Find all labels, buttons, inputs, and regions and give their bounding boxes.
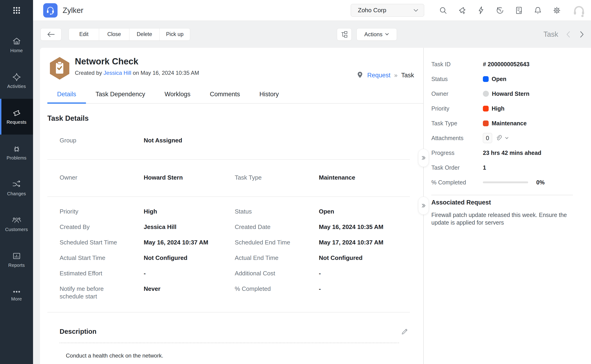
tab-comments[interactable]: Comments xyxy=(200,87,250,104)
panel-value[interactable]: Open xyxy=(483,76,582,82)
tab-details[interactable]: Details xyxy=(47,87,86,104)
status-color-swatch xyxy=(483,76,489,82)
task-tree-button[interactable] xyxy=(337,28,352,41)
close-button[interactable]: Close xyxy=(99,28,129,40)
search-icon[interactable] xyxy=(439,6,447,14)
created-suffix: on May 16, 2024 10:35 AM xyxy=(131,70,199,76)
field-percent-completed: % Completed - xyxy=(235,285,410,300)
field-value: Open xyxy=(319,208,410,215)
record-type-label: Task xyxy=(543,30,558,39)
progress-bar[interactable] xyxy=(483,182,528,183)
quick-actions-icon[interactable] xyxy=(477,6,485,14)
app-logo[interactable] xyxy=(43,3,58,18)
grid-dots-icon xyxy=(12,6,21,15)
sidebar-item-problems[interactable]: Problems xyxy=(0,135,33,170)
chevron-down-icon[interactable] xyxy=(505,137,509,139)
tab-worklogs[interactable]: Worklogs xyxy=(155,87,200,104)
content-row: Network Check Created by Jessica Hill on… xyxy=(33,48,591,364)
topbar-actions: Zoho Corp xyxy=(351,3,586,18)
field-additional-cost: Additional Cost - xyxy=(235,270,410,277)
panel-label: % Completed xyxy=(431,179,483,186)
sidebar-item-home[interactable]: Home xyxy=(0,27,33,63)
sidebar-nav: Home Activities Requests xyxy=(0,27,33,313)
app-grid-icon[interactable] xyxy=(0,0,33,21)
field-value: - xyxy=(319,285,410,293)
tab-history[interactable]: History xyxy=(250,87,289,104)
sidebar-item-label: More xyxy=(11,296,22,302)
sidebar-item-customers[interactable]: Customers xyxy=(0,206,33,242)
field-priority: Priority High xyxy=(60,208,235,215)
created-by-link[interactable]: Jessica Hill xyxy=(104,70,131,76)
description-title: Description xyxy=(60,328,97,335)
percent-completed-control: 0% xyxy=(483,179,582,186)
section-title-task-details: Task Details xyxy=(47,114,423,123)
record-actions-group: Edit Close Delete Pick up xyxy=(69,28,190,41)
changes-shuffle-icon xyxy=(12,180,21,189)
field-label: Scheduled End Time xyxy=(235,239,319,246)
field-value: Jessica Hill xyxy=(144,223,235,231)
status-value: Open xyxy=(492,76,506,82)
panel-label: Task ID xyxy=(431,61,483,68)
pencil-icon xyxy=(401,328,408,335)
collapse-request-button[interactable] xyxy=(418,197,429,215)
edit-description-button[interactable] xyxy=(400,326,410,337)
panel-label: Status xyxy=(431,76,483,82)
field-value: Maintenance xyxy=(319,174,410,182)
panel-label: Task Type xyxy=(431,120,483,127)
history-icon[interactable] xyxy=(496,6,504,14)
panel-value[interactable]: Howard Stern xyxy=(483,91,582,97)
tab-task-dependency[interactable]: Task Dependency xyxy=(86,87,155,104)
delete-button[interactable]: Delete xyxy=(129,28,160,40)
user-avatar[interactable] xyxy=(571,3,586,18)
sidebar-item-reports[interactable]: Reports xyxy=(0,242,33,278)
breadcrumb: Request » Task xyxy=(357,71,414,80)
field-created-by: Created By Jessica Hill xyxy=(60,223,235,231)
collapse-panel-button[interactable] xyxy=(418,149,429,167)
details-section: Owner Howard Stern Task Type Maintenance xyxy=(47,160,410,196)
sidebar-item-more[interactable]: More xyxy=(0,278,33,313)
paperclip-icon[interactable] xyxy=(495,135,502,142)
main-column: Zylker Zoho Corp xyxy=(33,0,591,364)
field-status: Status Open xyxy=(235,208,410,215)
next-record-icon[interactable] xyxy=(578,31,586,38)
field-value: Howard Stern xyxy=(144,174,235,182)
back-button[interactable] xyxy=(40,28,61,41)
panel-value[interactable]: Maintenance xyxy=(483,120,582,127)
pickup-button[interactable]: Pick up xyxy=(160,28,190,40)
breadcrumb-separator: » xyxy=(394,72,397,79)
task-type-value: Maintenance xyxy=(492,120,526,127)
previous-record-icon[interactable] xyxy=(564,31,572,38)
edit-button[interactable]: Edit xyxy=(69,28,99,40)
sidebar-item-activities[interactable]: Activities xyxy=(0,63,33,99)
attachments-count: 0 xyxy=(483,133,492,143)
customers-icon xyxy=(12,216,21,225)
notifications-bell-icon[interactable] xyxy=(534,6,542,14)
reports-icon xyxy=(12,252,21,260)
panel-label: Attachments xyxy=(431,135,483,142)
breadcrumb-parent-link[interactable]: Request xyxy=(367,72,391,79)
requests-ticket-icon xyxy=(12,109,21,117)
location-pin-icon xyxy=(357,71,363,79)
settings-gear-icon[interactable] xyxy=(553,6,561,14)
sidebar-item-changes[interactable]: Changes xyxy=(0,170,33,206)
panel-row-task-id: Task ID # 2000000052643 xyxy=(431,57,582,72)
panel-row-attachments: Attachments 0 xyxy=(431,131,582,145)
panel-value[interactable]: High xyxy=(483,105,582,112)
percent-completed-value: 0% xyxy=(536,179,545,186)
actions-dropdown-button[interactable]: Actions xyxy=(357,28,397,41)
field-label: Task Type xyxy=(235,174,319,182)
created-line: Created by Jessica Hill on May 16, 2024 … xyxy=(75,70,199,76)
topbar: Zylker Zoho Corp xyxy=(33,0,591,21)
actions-label: Actions xyxy=(364,31,383,38)
org-selector-dropdown[interactable]: Zoho Corp xyxy=(351,4,424,17)
priority-value: High xyxy=(492,105,505,112)
task-header: Network Check Created by Jessica Hill on… xyxy=(40,48,423,80)
field-value: Not Configured xyxy=(144,254,235,262)
associated-request-title: Associated Request xyxy=(431,199,582,206)
sidebar-item-requests[interactable]: Requests xyxy=(0,99,33,135)
survey-icon[interactable] xyxy=(515,6,523,14)
add-request-icon[interactable] xyxy=(458,6,466,14)
field-label: Created Date xyxy=(235,223,319,231)
field-row: Notify me before schedule start Never % … xyxy=(47,281,410,304)
more-ellipsis-icon xyxy=(12,289,21,294)
